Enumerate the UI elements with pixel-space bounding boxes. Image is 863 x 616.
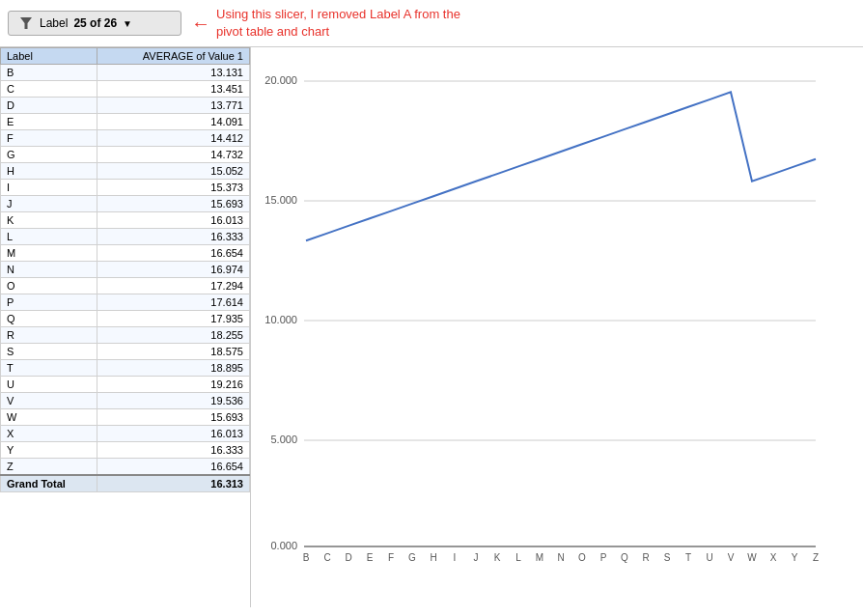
annotation: ← Using this slicer, I removed Label A f… xyxy=(191,6,460,41)
grand-total-value: 16.313 xyxy=(97,475,249,492)
row-label: N xyxy=(1,262,97,278)
svg-text:W: W xyxy=(747,552,757,563)
row-label: E xyxy=(1,114,97,130)
row-value: 14.412 xyxy=(97,130,249,147)
slicer-row: Label 25 of 26 ▼ ← Using this slicer, I … xyxy=(0,0,863,47)
col-header-label: Label xyxy=(1,48,97,65)
svg-text:L: L xyxy=(515,552,521,563)
row-label: P xyxy=(1,294,97,311)
row-label: O xyxy=(1,278,97,294)
line-chart: 20.000 15.000 10.000 5.000 0.000 B C D xyxy=(261,57,830,598)
row-value: 19.536 xyxy=(97,393,249,409)
row-label: X xyxy=(1,426,97,442)
row-value: 15.052 xyxy=(97,163,249,180)
row-label: R xyxy=(1,327,97,344)
svg-text:O: O xyxy=(578,552,586,563)
table-row: R18.255 xyxy=(1,327,250,344)
table-row: J15.693 xyxy=(1,196,250,212)
row-label: D xyxy=(1,98,97,114)
row-value: 17.935 xyxy=(97,311,249,327)
svg-text:K: K xyxy=(494,552,501,563)
row-value: 18.895 xyxy=(97,360,249,377)
row-value: 14.732 xyxy=(97,147,249,163)
table-row: T18.895 xyxy=(1,360,250,377)
svg-text:B: B xyxy=(303,552,310,563)
chart-area: 20.000 15.000 10.000 5.000 0.000 B C D xyxy=(251,47,863,607)
svg-text:I: I xyxy=(454,552,457,563)
table-row: D13.771 xyxy=(1,98,250,114)
svg-text:20.000: 20.000 xyxy=(264,74,297,86)
col-header-value: AVERAGE of Value 1 xyxy=(97,48,249,65)
table-row: C13.451 xyxy=(1,81,250,98)
table-row: Q17.935 xyxy=(1,311,250,327)
row-label: B xyxy=(1,65,97,81)
grand-total-label: Grand Total xyxy=(1,475,97,492)
row-label: G xyxy=(1,147,97,163)
table-row: G14.732 xyxy=(1,147,250,163)
row-value: 13.131 xyxy=(97,65,249,81)
row-value: 16.333 xyxy=(97,229,249,245)
table-row: X16.013 xyxy=(1,426,250,442)
svg-text:G: G xyxy=(408,552,416,563)
svg-text:Z: Z xyxy=(813,552,819,563)
row-label: Q xyxy=(1,311,97,327)
table-row: Y16.333 xyxy=(1,442,250,459)
svg-text:0.000: 0.000 xyxy=(270,540,297,551)
svg-text:F: F xyxy=(388,552,394,563)
svg-text:R: R xyxy=(642,552,649,563)
table-row: N16.974 xyxy=(1,262,250,278)
row-value: 16.974 xyxy=(97,262,249,278)
row-label: I xyxy=(1,180,97,196)
row-label: K xyxy=(1,212,97,229)
row-label: Z xyxy=(1,459,97,476)
table-row: E14.091 xyxy=(1,114,250,130)
svg-text:15.000: 15.000 xyxy=(264,194,297,206)
row-label: M xyxy=(1,245,97,262)
slicer-button[interactable]: Label 25 of 26 ▼ xyxy=(8,11,181,36)
row-value: 16.654 xyxy=(97,245,249,262)
app-container: Label 25 of 26 ▼ ← Using this slicer, I … xyxy=(0,0,863,616)
row-value: 16.013 xyxy=(97,426,249,442)
row-label: U xyxy=(1,377,97,393)
table-row: M16.654 xyxy=(1,245,250,262)
svg-text:H: H xyxy=(430,552,436,563)
row-label: Y xyxy=(1,442,97,459)
row-value: 19.216 xyxy=(97,377,249,393)
table-row: P17.614 xyxy=(1,294,250,311)
annotation-text: Using this slicer, I removed Label A fro… xyxy=(216,6,460,41)
left-arrow-icon: ← xyxy=(191,13,210,35)
svg-text:5.000: 5.000 xyxy=(270,434,297,445)
svg-text:U: U xyxy=(706,552,712,563)
table-row: O17.294 xyxy=(1,278,250,294)
main-content: Label AVERAGE of Value 1 B13.131C13.451D… xyxy=(0,47,863,607)
row-value: 14.091 xyxy=(97,114,249,130)
svg-text:Q: Q xyxy=(621,552,628,563)
row-value: 13.771 xyxy=(97,98,249,114)
svg-text:P: P xyxy=(600,552,607,563)
table-row: Z16.654 xyxy=(1,459,250,476)
svg-text:Y: Y xyxy=(792,552,798,563)
row-label: T xyxy=(1,360,97,377)
row-value: 15.373 xyxy=(97,180,249,196)
table-row: S18.575 xyxy=(1,344,250,360)
svg-text:T: T xyxy=(685,552,691,563)
pivot-table: Label AVERAGE of Value 1 B13.131C13.451D… xyxy=(0,47,251,607)
svg-text:E: E xyxy=(367,552,374,563)
table-row: K16.013 xyxy=(1,212,250,229)
svg-text:10.000: 10.000 xyxy=(264,314,297,325)
slicer-label: Label xyxy=(40,16,68,30)
svg-text:S: S xyxy=(664,552,671,563)
svg-text:C: C xyxy=(323,552,330,563)
table-row: B13.131 xyxy=(1,65,250,81)
table-row: L16.333 xyxy=(1,229,250,245)
row-label: F xyxy=(1,130,97,147)
row-label: V xyxy=(1,393,97,409)
row-label: W xyxy=(1,409,97,426)
row-label: H xyxy=(1,163,97,180)
row-value: 15.693 xyxy=(97,196,249,212)
grand-total-row: Grand Total 16.313 xyxy=(1,475,250,492)
svg-text:N: N xyxy=(557,552,564,563)
table-row: F14.412 xyxy=(1,130,250,147)
svg-text:D: D xyxy=(345,552,351,563)
table-row: U19.216 xyxy=(1,377,250,393)
